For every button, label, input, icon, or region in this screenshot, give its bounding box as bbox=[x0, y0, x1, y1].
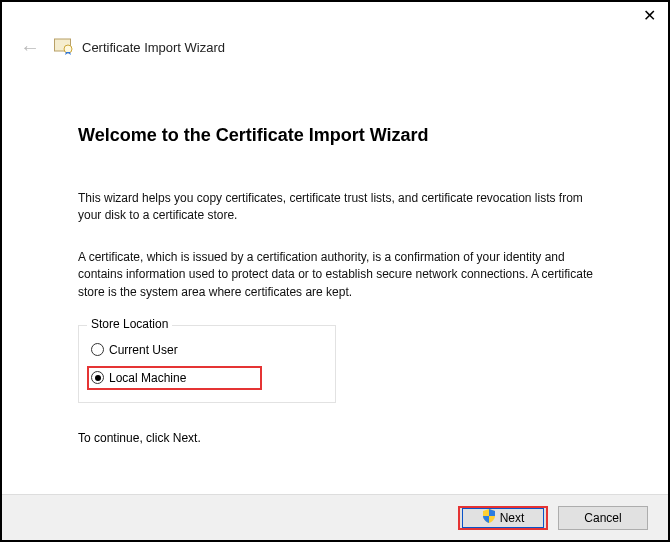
page-heading: Welcome to the Certificate Import Wizard bbox=[78, 125, 608, 146]
intro-paragraph-1: This wizard helps you copy certificates,… bbox=[78, 190, 608, 225]
next-button[interactable]: Next bbox=[458, 506, 548, 530]
cancel-button-label: Cancel bbox=[584, 511, 621, 525]
shield-icon bbox=[482, 509, 496, 526]
next-button-label: Next bbox=[500, 511, 525, 525]
titlebar: ✕ bbox=[2, 2, 668, 36]
wizard-footer: Next Cancel bbox=[2, 494, 668, 540]
wizard-content: Welcome to the Certificate Import Wizard… bbox=[2, 67, 668, 494]
radio-icon bbox=[91, 371, 104, 384]
intro-paragraph-2: A certificate, which is issued by a cert… bbox=[78, 249, 608, 301]
certificate-icon bbox=[54, 37, 74, 58]
wizard-title: Certificate Import Wizard bbox=[82, 40, 225, 55]
svg-point-1 bbox=[64, 45, 72, 53]
store-location-legend: Store Location bbox=[87, 317, 172, 331]
close-icon[interactable]: ✕ bbox=[643, 8, 656, 24]
radio-label: Local Machine bbox=[109, 371, 186, 385]
radio-current-user[interactable]: Current User bbox=[89, 340, 325, 360]
radio-local-machine[interactable]: Local Machine bbox=[87, 366, 262, 390]
store-location-group: Store Location Current User Local Machin… bbox=[78, 325, 336, 403]
wizard-header: ← Certificate Import Wizard bbox=[2, 36, 668, 67]
cancel-button[interactable]: Cancel bbox=[558, 506, 648, 530]
radio-icon bbox=[91, 343, 104, 356]
back-arrow-icon: ← bbox=[20, 36, 46, 59]
radio-label: Current User bbox=[109, 343, 178, 357]
continue-hint: To continue, click Next. bbox=[78, 431, 608, 445]
